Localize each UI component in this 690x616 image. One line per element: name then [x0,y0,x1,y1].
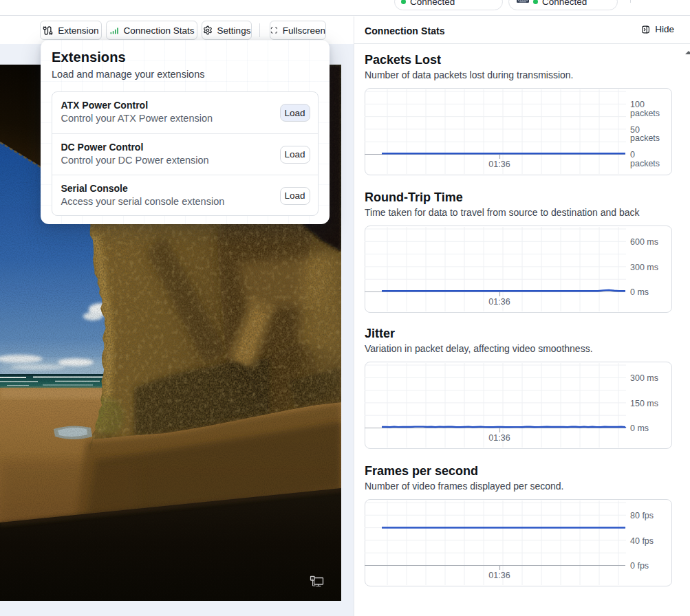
svg-text:40 fps: 40 fps [630,536,654,546]
svg-text:0 fps: 0 fps [630,561,649,571]
svg-text:packets: packets [630,133,660,143]
svg-text:01:36: 01:36 [488,297,510,307]
svg-text:0 ms: 0 ms [630,424,649,433]
svg-text:0 ms: 0 ms [630,287,649,297]
svg-text:300 ms: 300 ms [630,263,658,272]
svg-text:01:36: 01:36 [488,571,510,580]
svg-text:01:36: 01:36 [488,160,510,169]
svg-text:packets: packets [630,109,660,118]
svg-text:150 ms: 150 ms [630,399,658,408]
svg-text:packets: packets [630,159,660,168]
svg-text:300 ms: 300 ms [630,373,658,383]
svg-text:01:36: 01:36 [488,433,510,443]
svg-text:600 ms: 600 ms [630,237,658,247]
svg-text:80 fps: 80 fps [630,511,654,520]
